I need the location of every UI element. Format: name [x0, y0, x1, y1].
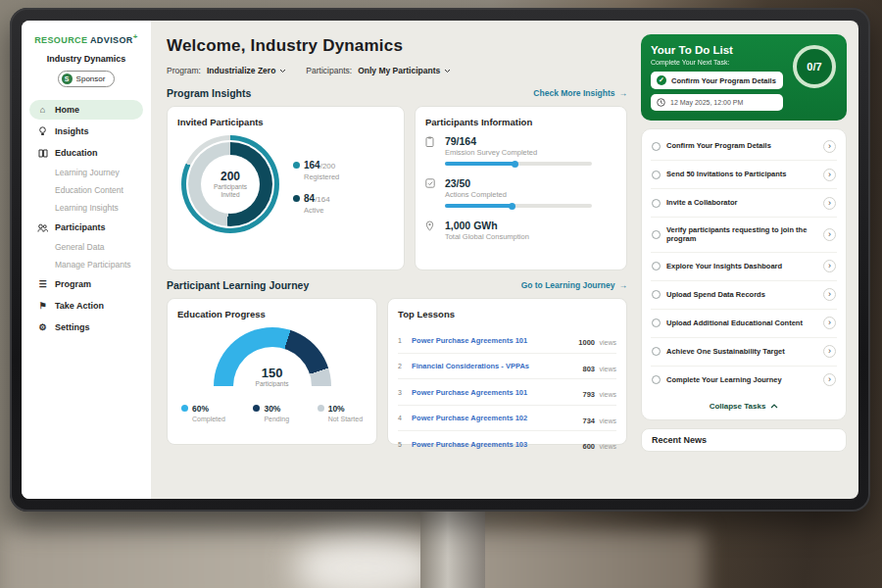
lesson-link[interactable]: Power Purchase Agreements 102 — [412, 414, 576, 422]
task-row[interactable]: Invite a Collaborator › — [651, 189, 837, 218]
card-title: Invited Participants — [177, 117, 394, 127]
participants-filter-label: Participants: — [306, 66, 352, 75]
brand-logo: RESOURCE ADVISOR+ — [29, 32, 143, 45]
chevron-down-icon — [279, 69, 286, 74]
task-checkbox[interactable] — [652, 171, 661, 179]
task-row[interactable]: Verify participants requesting to join t… — [651, 218, 837, 253]
card-title: Participants Information — [425, 117, 616, 127]
task-row[interactable]: Explore Your Insights Dashboard › — [651, 253, 837, 281]
consumption-stat: 1,000 GWh Total Global Consumption — [425, 220, 616, 241]
legend-dot — [293, 195, 300, 202]
org-name: Industry Dynamics — [29, 54, 143, 64]
sponsor-badge[interactable]: S Sponsor — [58, 71, 116, 87]
task-row[interactable]: Complete Your Learning Journey › — [651, 367, 837, 394]
arrow-right-icon: → — [619, 88, 628, 98]
lesson-views: 803 views — [583, 358, 616, 375]
filter-bar: Program: Industrialize Zero Participants… — [167, 66, 627, 75]
sidebar-item-home[interactable]: ⌂ Home — [29, 100, 143, 120]
task-checkbox[interactable] — [652, 199, 661, 208]
task-row[interactable]: Send 50 Invitations to Participants › — [651, 161, 837, 189]
legend-dot — [253, 405, 260, 412]
check-more-insights-link[interactable]: Check More Insights → — [533, 88, 627, 98]
sidebar-item-participants[interactable]: Participants — [29, 218, 143, 237]
lesson-views: 734 views — [583, 410, 616, 427]
sidebar-item-education-content[interactable]: Education Content — [29, 181, 143, 199]
task-checkbox[interactable] — [652, 318, 661, 327]
sidebar-item-label: Home — [55, 105, 79, 115]
collapse-tasks-link[interactable]: Collapse Tasks — [651, 394, 837, 417]
task-chevron-icon[interactable]: › — [823, 197, 836, 210]
task-checkbox[interactable] — [652, 142, 661, 151]
lesson-link[interactable]: Financial Considerations - VPPAs — [412, 362, 576, 370]
sidebar-item-education[interactable]: Education — [29, 143, 143, 163]
insights-icon — [37, 126, 48, 136]
task-checkbox[interactable] — [652, 347, 661, 356]
legend-dot — [293, 162, 300, 169]
top-lessons-card: Top Lessons 1 Power Purchase Agreements … — [387, 298, 627, 445]
gauge-center-value: 150 — [214, 366, 331, 380]
task-checkbox[interactable] — [652, 375, 661, 384]
program-list-icon: ☰ — [37, 279, 48, 289]
lesson-views: 1000 views — [578, 331, 616, 349]
emission-survey-stat: 79/164 Emission Survey Completed — [425, 135, 616, 166]
task-checkbox[interactable] — [652, 262, 661, 270]
lesson-row: 5 Power Purchase Agreements 103 600 view… — [398, 431, 616, 457]
task-chevron-icon[interactable]: › — [823, 373, 836, 386]
task-chevron-icon[interactable]: › — [823, 345, 836, 358]
sidebar-item-general-data[interactable]: General Data — [29, 238, 143, 256]
task-chevron-icon[interactable]: › — [823, 228, 836, 241]
task-row[interactable]: Achieve One Sustainability Target › — [651, 338, 837, 367]
sidebar-item-label: Education — [55, 148, 98, 158]
lesson-row: 1 Power Purchase Agreements 101 1000 vie… — [398, 327, 616, 354]
sidebar-item-program[interactable]: ☰ Program — [29, 274, 143, 294]
task-chevron-icon[interactable]: › — [823, 260, 836, 272]
lesson-link[interactable]: Power Purchase Agreements 101 — [412, 336, 572, 345]
gauge-center-label: Participants — [214, 380, 331, 387]
sidebar-item-learning-insights[interactable]: Learning Insights — [29, 199, 143, 217]
sidebar-item-take-action[interactable]: ⚑ Take Action — [29, 296, 143, 316]
task-row[interactable]: Confirm Your Program Details › — [651, 132, 837, 161]
legend-item-active: 84/164 Active — [293, 188, 339, 215]
gauge-legend: 60% Completed 30% Pending 10% Not Starte… — [177, 398, 367, 422]
task-checkbox[interactable] — [652, 290, 661, 299]
sidebar-item-insights[interactable]: Insights — [29, 122, 143, 141]
go-to-learning-journey-link[interactable]: Go to Learning Journey → — [521, 280, 627, 290]
sidebar-item-manage-participants[interactable]: Manage Participants — [29, 256, 143, 273]
task-row[interactable]: Upload Spend Data Records › — [651, 281, 837, 310]
chevron-down-icon — [444, 69, 451, 74]
legend-dot — [181, 405, 188, 412]
task-list-card: Confirm Your Program Details › Send 50 I… — [641, 128, 847, 420]
task-chevron-icon[interactable]: › — [823, 288, 836, 301]
lesson-link[interactable]: Power Purchase Agreements 101 — [412, 388, 576, 397]
program-select[interactable]: Industrialize Zero — [207, 66, 286, 75]
actions-check-icon — [425, 177, 437, 208]
task-chevron-icon[interactable]: › — [823, 317, 836, 329]
arrow-right-icon: → — [619, 280, 628, 290]
gear-icon: ⚙ — [37, 322, 48, 332]
task-row[interactable]: Upload Additional Educational Content › — [651, 310, 837, 338]
lesson-link[interactable]: Power Purchase Agreements 103 — [412, 440, 576, 449]
participants-icon — [37, 223, 48, 232]
next-task-pill[interactable]: ✓ Confirm Your Program Details — [651, 72, 783, 89]
section-title: Participant Learning Journey — [167, 279, 309, 291]
chevron-up-icon — [770, 404, 778, 409]
participants-select[interactable]: Only My Participants — [358, 66, 451, 75]
recent-news-card[interactable]: Recent News — [641, 428, 847, 452]
task-checkbox[interactable] — [652, 230, 661, 239]
donut-center-value: 200 — [220, 170, 240, 183]
program-insights-header: Program Insights Check More Insights → — [167, 87, 627, 99]
invited-donut-inner: 200 Participants Invited — [188, 142, 272, 226]
task-chevron-icon[interactable]: › — [823, 169, 836, 181]
participants-information-card: Participants Information 79/164 Emission… — [415, 106, 627, 270]
program-select-value: Industrialize Zero — [207, 66, 275, 75]
legend-item-not-started: 10% Not Started — [318, 398, 363, 422]
task-chevron-icon[interactable]: › — [823, 140, 836, 153]
lesson-views: 793 views — [583, 383, 616, 401]
check-icon: ✓ — [657, 75, 666, 85]
sidebar-item-learning-journey[interactable]: Learning Journey — [29, 164, 143, 181]
sidebar-item-settings[interactable]: ⚙ Settings — [29, 318, 143, 337]
brand-logo-plus: + — [133, 32, 138, 41]
learning-journey-header: Participant Learning Journey Go to Learn… — [167, 279, 627, 291]
program-filter-label: Program: — [167, 66, 201, 75]
flag-icon: ⚑ — [37, 301, 48, 311]
